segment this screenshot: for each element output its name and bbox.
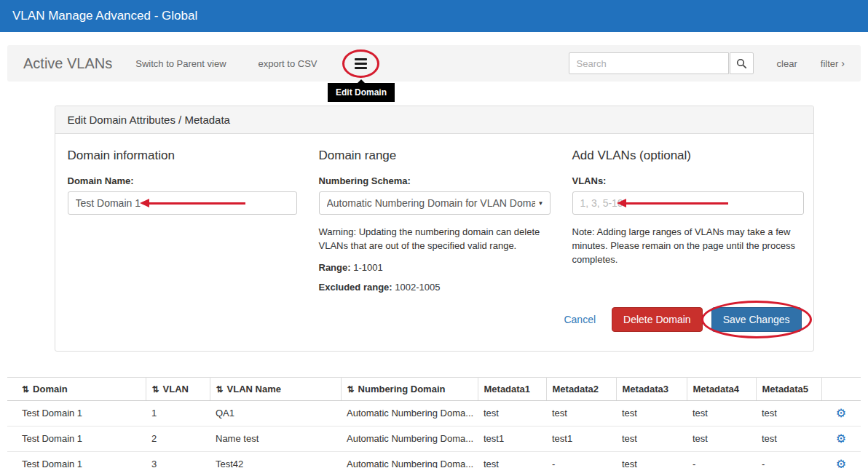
cancel-link[interactable]: Cancel	[564, 314, 596, 325]
sort-icon: ⇅	[22, 384, 29, 394]
cell-numbering-domain: Automatic Numbering Doma...	[341, 400, 478, 426]
cell-actions: ⚙	[821, 426, 861, 451]
delete-domain-button[interactable]: Delete Domain	[612, 307, 703, 332]
cell-domain: Test Domain 1	[7, 400, 146, 426]
domain-name-label: Domain Name:	[68, 175, 297, 186]
search-input[interactable]	[569, 52, 729, 74]
toolbar: Active VLANs Switch to Parent view expor…	[7, 45, 861, 82]
chevron-right-icon: ›	[841, 57, 845, 69]
column-header-metadata4: Metadata4	[687, 377, 756, 400]
cell-domain: Test Domain 1	[7, 451, 146, 468]
export-csv-link[interactable]: export to CSV	[259, 58, 317, 69]
table-row: Test Domain 1 3 Test42 Automatic Numberi…	[7, 451, 861, 468]
sort-icon: ⇅	[216, 384, 224, 394]
row-settings-button[interactable]: ⚙	[836, 408, 846, 419]
add-vlans-column: Add VLANs (optional) VLANs: Note: Adding…	[572, 148, 804, 293]
column-header-metadata5: Metadata5	[756, 377, 821, 400]
cell-domain: Test Domain 1	[7, 426, 146, 451]
cell-actions: ⚙	[821, 400, 861, 426]
edit-domain-menu: Edit Domain	[350, 55, 371, 73]
range-value: 1-1001	[353, 262, 382, 273]
excluded-range-value: 1002-1005	[395, 282, 440, 293]
domain-range-column: Domain range Numbering Schema: Automatic…	[319, 148, 551, 293]
cell-vlan-name: QA1	[210, 400, 341, 426]
row-settings-button[interactable]: ⚙	[836, 433, 846, 445]
numbering-schema-label: Numbering Schema:	[319, 175, 551, 186]
column-header-domain[interactable]: ⇅Domain	[7, 377, 146, 400]
filter-link[interactable]: filter›	[821, 57, 845, 69]
cell-actions: ⚙	[821, 451, 861, 468]
panel-body: Domain information Domain Name: Domain r…	[55, 134, 813, 293]
switch-to-parent-link[interactable]: Switch to Parent view	[135, 58, 226, 69]
numbering-schema-select[interactable]: Automatic Numbering Domain for VLAN Doma…	[319, 191, 551, 215]
table-header-row: ⇅Domain ⇅VLAN ⇅VLAN Name ⇅Numbering Doma…	[7, 377, 861, 400]
cell-metadata1: test	[478, 451, 546, 468]
cell-numbering-domain: Automatic Numbering Doma...	[341, 426, 478, 451]
edit-domain-panel: Edit Domain Attributes / Metadata Domain…	[55, 106, 814, 352]
domain-name-annotation-arrow	[149, 202, 245, 205]
caret-down-icon: ▼	[538, 200, 544, 207]
search-group	[569, 52, 754, 74]
domain-information-heading: Domain information	[68, 148, 297, 163]
column-header-vlan-name[interactable]: ⇅VLAN Name	[210, 377, 341, 400]
panel-actions: Cancel Delete Domain Save Changes	[55, 293, 813, 351]
menu-button[interactable]	[350, 55, 371, 73]
vlan-table: ⇅Domain ⇅VLAN ⇅VLAN Name ⇅Numbering Doma…	[7, 377, 861, 468]
cell-vlan-name: Test42	[210, 451, 341, 468]
vlans-field	[572, 191, 804, 215]
cell-metadata3: test	[616, 400, 687, 426]
cell-metadata5: test	[756, 400, 821, 426]
table-row: Test Domain 1 2 Name test Automatic Numb…	[7, 426, 861, 451]
cell-metadata2: -	[546, 451, 616, 468]
save-changes-button[interactable]: Save Changes	[711, 307, 802, 332]
sort-icon: ⇅	[347, 384, 355, 394]
vlans-annotation-arrow	[626, 202, 728, 205]
domain-information-column: Domain information Domain Name:	[68, 148, 297, 293]
search-icon	[736, 58, 747, 69]
cell-numbering-domain: Automatic Numbering Doma...	[341, 451, 478, 468]
panel-title: Edit Domain Attributes / Metadata	[55, 106, 813, 134]
column-header-metadata3: Metadata3	[616, 377, 687, 400]
table-row: Test Domain 1 1 QA1 Automatic Numbering …	[7, 400, 861, 426]
page-title: VLAN Manage Advanced - Global	[12, 9, 197, 23]
domain-range-heading: Domain range	[319, 148, 551, 163]
column-header-metadata2: Metadata2	[546, 377, 616, 400]
search-button[interactable]	[730, 52, 754, 74]
cell-metadata3: test	[616, 426, 687, 451]
save-changes-wrap: Save Changes	[711, 307, 802, 332]
cell-metadata2: test1	[546, 426, 616, 451]
cell-metadata1: test1	[478, 426, 546, 451]
clear-link[interactable]: clear	[777, 58, 797, 69]
vlans-label: VLANs:	[572, 175, 804, 186]
active-vlans-title: Active VLANs	[23, 55, 112, 72]
sort-icon: ⇅	[152, 384, 159, 394]
gear-icon: ⚙	[836, 407, 846, 419]
cell-vlan: 3	[146, 451, 210, 468]
cell-metadata4: test	[687, 400, 756, 426]
cell-metadata3: test	[616, 451, 687, 468]
cell-metadata1: test	[478, 400, 546, 426]
hamburger-icon	[355, 58, 367, 60]
domain-name-field	[68, 191, 297, 215]
cell-metadata4: -	[687, 451, 756, 468]
row-settings-button[interactable]: ⚙	[836, 459, 846, 468]
cell-metadata4: test	[687, 426, 756, 451]
range-line: Range: 1-1001	[319, 262, 551, 273]
column-header-actions	[821, 377, 861, 400]
column-header-metadata1: Metadata1	[478, 377, 546, 400]
edit-domain-tooltip: Edit Domain	[328, 83, 395, 102]
cell-metadata5: -	[756, 451, 821, 468]
gear-icon: ⚙	[836, 458, 846, 468]
cell-vlan-name: Name test	[210, 426, 341, 451]
cell-vlan: 2	[146, 426, 210, 451]
column-header-numbering-domain[interactable]: ⇅Numbering Domain	[341, 377, 478, 400]
numbering-warning-text: Warning: Updating the numbering domain c…	[319, 226, 551, 253]
cell-metadata5: test	[756, 426, 821, 451]
vlans-note-text: Note: Adding large ranges of VLANs may t…	[572, 226, 804, 267]
excluded-range-line: Excluded range: 1002-1005	[319, 282, 551, 293]
excluded-range-label: Excluded range:	[319, 282, 392, 293]
column-header-vlan[interactable]: ⇅VLAN	[146, 377, 210, 400]
gear-icon: ⚙	[836, 432, 846, 445]
cell-vlan: 1	[146, 400, 210, 426]
range-label: Range:	[319, 262, 351, 273]
